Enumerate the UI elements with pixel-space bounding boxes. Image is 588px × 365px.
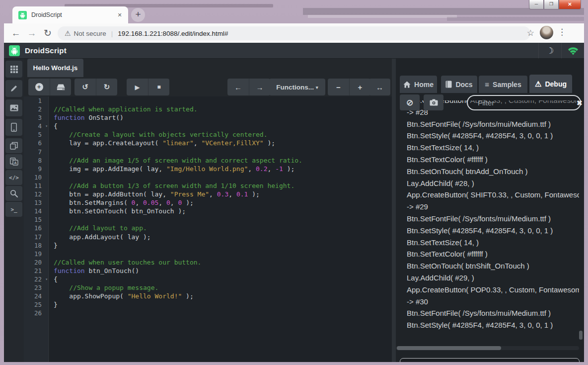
debug-line: Btn.SetFontFile( /Sys/fonts/mui/Medium.t… bbox=[396, 213, 579, 225]
line-number: 5 bbox=[24, 130, 48, 139]
search-icon bbox=[10, 189, 18, 197]
screenshot-button[interactable] bbox=[424, 94, 443, 110]
tab-debug[interactable]: ⚠ Debug bbox=[529, 75, 572, 93]
code-icon: </> bbox=[9, 175, 19, 181]
tab-close-icon[interactable]: ✕ bbox=[115, 10, 124, 19]
functions-dropdown[interactable]: Functions... ▾ bbox=[269, 79, 325, 95]
line-number: 24 bbox=[24, 292, 48, 300]
terminal-button[interactable]: >_ bbox=[5, 202, 22, 217]
line-number: 10 bbox=[24, 173, 48, 182]
window-close-button[interactable]: ✕ bbox=[559, 0, 581, 9]
tab-samples[interactable]: ≡ Samples bbox=[479, 76, 527, 93]
address-bar[interactable]: ⚠ Not secure | 192.168.1.221:8088/.edit/… bbox=[58, 26, 530, 40]
edit-button[interactable] bbox=[5, 80, 22, 97]
debug-line: Lay.AddChild( #29, ) bbox=[396, 272, 579, 284]
code-line: { bbox=[54, 275, 392, 283]
debug-line: Btn.SetOnTouch( btnAdd_OnTouch ) bbox=[396, 166, 579, 178]
fold-marker-icon[interactable]: ▾ bbox=[45, 122, 48, 130]
home-icon bbox=[403, 81, 411, 88]
code-line bbox=[54, 96, 392, 105]
line-number: 19 bbox=[24, 250, 48, 258]
profile-avatar[interactable] bbox=[540, 26, 553, 39]
debug-line: -> #30 bbox=[396, 296, 579, 308]
tab-home[interactable]: Home bbox=[400, 76, 437, 93]
code-line: //Called when user touches our button. bbox=[54, 258, 392, 267]
apps-grid-button[interactable] bbox=[5, 61, 22, 78]
bookmark-star-icon[interactable]: ☆ bbox=[527, 28, 534, 38]
clear-filter-icon[interactable]: ✖ bbox=[577, 99, 583, 107]
device-button[interactable] bbox=[5, 119, 22, 136]
arrow-right-icon: → bbox=[256, 83, 264, 91]
redo-icon: ↻ bbox=[104, 83, 110, 91]
browser-tab[interactable]: DroidScript ✕ bbox=[12, 6, 128, 23]
copy-button[interactable] bbox=[5, 138, 22, 153]
moon-icon: ☾ bbox=[546, 46, 554, 56]
new-tab-button[interactable]: + bbox=[131, 8, 145, 22]
wifi-status-button[interactable] bbox=[561, 43, 584, 59]
font-larger-button[interactable]: + bbox=[349, 79, 370, 95]
horizontal-scrollbar[interactable] bbox=[396, 346, 579, 350]
stop-button[interactable]: ■ bbox=[148, 79, 169, 95]
back-icon[interactable]: ← bbox=[8, 28, 24, 39]
line-number: 23 bbox=[24, 283, 48, 292]
code-line bbox=[54, 148, 392, 156]
reload-icon[interactable]: ↻ bbox=[40, 27, 56, 39]
plus-icon: + bbox=[358, 83, 363, 91]
image-icon bbox=[10, 104, 18, 111]
media-button[interactable] bbox=[5, 99, 22, 116]
list-icon: ≡ bbox=[485, 80, 489, 89]
panel-resize-handle[interactable] bbox=[392, 59, 396, 362]
code-line bbox=[54, 173, 392, 182]
debug-line: Btn.SetTextColor( #ffffff ) bbox=[396, 154, 579, 166]
app-title: DroidScript bbox=[25, 46, 67, 55]
console-input[interactable] bbox=[400, 358, 580, 362]
code-view-button[interactable]: </> bbox=[5, 170, 22, 185]
wrap-toggle-button[interactable]: ↔ bbox=[369, 79, 390, 95]
code-editor[interactable]: //Called when application is started.fun… bbox=[49, 96, 392, 362]
dark-mode-toggle[interactable]: ☾ bbox=[538, 43, 561, 59]
line-number: 22▾ bbox=[24, 275, 48, 283]
font-smaller-button[interactable]: − bbox=[328, 79, 349, 95]
debug-line: App.CreateButton( POP0.33, , Custom, Fon… bbox=[396, 284, 579, 296]
add-file-button[interactable]: + bbox=[28, 79, 50, 95]
nav-back-button[interactable]: ← bbox=[227, 79, 249, 95]
filter-field[interactable]: ✖ bbox=[467, 95, 581, 110]
horizontal-scrollbar-thumb[interactable] bbox=[397, 346, 501, 350]
translate-button[interactable]: A bbox=[5, 154, 22, 169]
filter-input[interactable] bbox=[478, 98, 577, 107]
desktop-wallpaper-streak bbox=[308, 15, 457, 18]
file-tab-hello-world[interactable]: Hello World.js bbox=[27, 59, 83, 77]
debug-line: Btn.SetTextSize( 14, ) bbox=[396, 142, 579, 154]
line-number: 9 bbox=[24, 165, 48, 173]
undo-button[interactable]: ↺ bbox=[74, 79, 96, 95]
code-line: app.AddLayout( lay ); bbox=[54, 233, 392, 241]
line-number: 4▾ bbox=[24, 122, 48, 130]
tab-docs[interactable]: Docs bbox=[441, 76, 477, 93]
nav-forward-button[interactable]: → bbox=[249, 79, 270, 95]
redo-button[interactable]: ↻ bbox=[96, 79, 117, 95]
fold-marker-icon[interactable]: ▾ bbox=[45, 275, 48, 283]
app-header: DroidScript ☾ bbox=[4, 43, 584, 59]
code-line: function btn_OnTouch() bbox=[54, 267, 392, 275]
code-line: //Add layout to app. bbox=[54, 224, 392, 232]
code-line: { bbox=[54, 122, 392, 130]
code-line: btn.SetOnTouch( btn_OnTouch ); bbox=[54, 207, 392, 215]
line-number: 17 bbox=[24, 233, 48, 241]
debug-line: App.CreateButton( SHIFT0.33, , Custom, F… bbox=[396, 189, 579, 201]
droidscript-logo-icon bbox=[9, 45, 20, 56]
run-button[interactable]: ▶ bbox=[127, 79, 148, 95]
search-button[interactable] bbox=[5, 186, 22, 201]
save-button[interactable] bbox=[50, 79, 71, 95]
line-number: 25 bbox=[24, 300, 48, 309]
window-minimize-button[interactable]: ─ bbox=[529, 0, 544, 9]
clear-log-button[interactable]: ⊘ bbox=[400, 94, 420, 110]
code-line: //Show a popup message. bbox=[54, 283, 392, 292]
browser-menu-icon[interactable]: ⋮ bbox=[558, 27, 566, 37]
horizontal-arrows-icon: ↔ bbox=[376, 83, 383, 91]
forward-icon[interactable]: → bbox=[24, 28, 40, 39]
vertical-scrollbar-thumb[interactable] bbox=[579, 331, 583, 340]
line-number: 16 bbox=[24, 224, 48, 232]
wifi-icon bbox=[568, 47, 579, 55]
svg-text:A: A bbox=[14, 161, 17, 165]
window-maximize-button[interactable]: ❐ bbox=[544, 0, 559, 9]
